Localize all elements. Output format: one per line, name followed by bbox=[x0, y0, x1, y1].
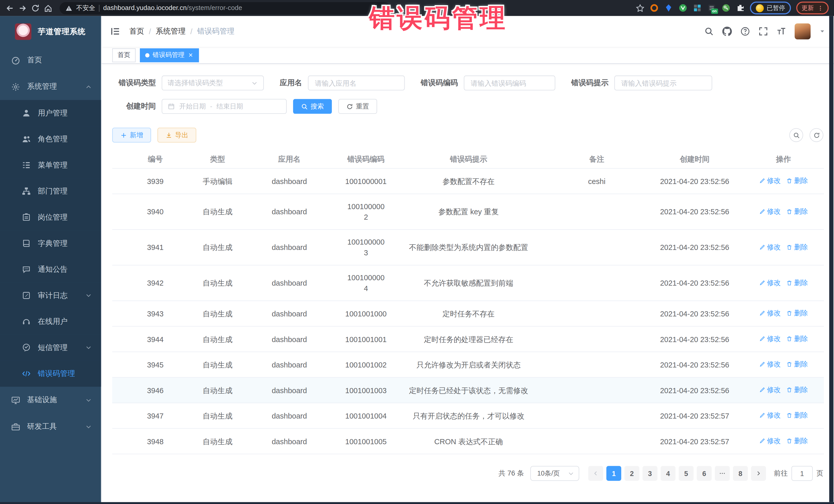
cell-app: dashboard bbox=[237, 301, 342, 326]
sidebar-item-0[interactable]: 首页 bbox=[0, 47, 101, 73]
vertical-scrollbar[interactable] bbox=[829, 16, 833, 502]
sidebar-item-1[interactable]: 系统管理 bbox=[0, 73, 101, 100]
bookmark-star-icon[interactable] bbox=[635, 3, 644, 12]
address-bar[interactable]: 不安全 dashboard.yudao.iocoder.cn/system/er… bbox=[60, 2, 390, 14]
sidebar-item-6[interactable]: 岗位管理 bbox=[0, 204, 101, 231]
page-button-5[interactable]: 5 bbox=[679, 466, 694, 481]
url-path: /system/error-code bbox=[187, 4, 242, 12]
add-button[interactable]: 新增 bbox=[112, 128, 151, 143]
sidebar-item-4[interactable]: 菜单管理 bbox=[0, 152, 101, 178]
page-button-2[interactable]: 2 bbox=[624, 466, 639, 481]
edit-link[interactable]: 修改 bbox=[759, 359, 781, 370]
edit-link[interactable]: 修改 bbox=[759, 385, 781, 395]
puzzle-extension-icon[interactable] bbox=[736, 4, 744, 12]
user-avatar[interactable] bbox=[795, 23, 811, 39]
page-button-3[interactable]: 3 bbox=[642, 466, 657, 481]
key-extension-icon[interactable] bbox=[722, 4, 730, 12]
sidebar-item-10[interactable]: 在线用户 bbox=[0, 308, 101, 335]
error-code-type-select[interactable]: 请选择错误码类型 bbox=[162, 75, 264, 90]
delete-link[interactable]: 删除 bbox=[786, 242, 808, 252]
edit-link[interactable]: 修改 bbox=[759, 334, 781, 344]
reload-icon[interactable] bbox=[31, 3, 40, 12]
cell-type: 自动生成 bbox=[198, 403, 237, 428]
create-time-range-picker[interactable]: 开始日期 - 结束日期 bbox=[162, 99, 287, 114]
sidebar-item-2[interactable]: 用户管理 bbox=[0, 100, 101, 126]
browser-profile-badge[interactable]: 已暂停 bbox=[750, 2, 791, 14]
search-button[interactable]: 搜索 bbox=[293, 99, 332, 114]
reset-button[interactable]: 重置 bbox=[338, 99, 377, 114]
page-button-4[interactable]: 4 bbox=[660, 466, 675, 481]
error-code-input[interactable] bbox=[469, 79, 549, 88]
sidebar-item-11[interactable]: 短信管理 bbox=[0, 335, 101, 361]
sidebar-item-5[interactable]: 部门管理 bbox=[0, 178, 101, 204]
toggle-search-button[interactable] bbox=[789, 128, 803, 142]
grid-extension-icon[interactable] bbox=[693, 4, 701, 12]
gem-extension-icon[interactable] bbox=[664, 4, 673, 12]
page-button-1[interactable]: 1 bbox=[607, 466, 621, 481]
next-page-button[interactable] bbox=[751, 466, 766, 481]
edit-link[interactable]: 修改 bbox=[759, 410, 781, 421]
sidebar-item-12[interactable]: 错误码管理 bbox=[0, 360, 101, 387]
font-size-icon[interactable] bbox=[776, 27, 786, 36]
sidebar-item-9[interactable]: 审计日志 bbox=[0, 283, 101, 309]
delete-link[interactable]: 删除 bbox=[786, 359, 808, 370]
kebab-menu-icon[interactable] bbox=[817, 5, 824, 12]
sidebar-item-14[interactable]: 研发工具 bbox=[0, 413, 101, 440]
delete-link[interactable]: 删除 bbox=[786, 176, 808, 186]
delete-link[interactable]: 删除 bbox=[786, 278, 808, 288]
cell-actions: 修改删除 bbox=[743, 265, 824, 301]
cell-app: dashboard bbox=[237, 377, 342, 403]
fullscreen-icon[interactable] bbox=[759, 27, 768, 36]
github-icon[interactable] bbox=[722, 27, 732, 36]
delete-link[interactable]: 删除 bbox=[786, 410, 808, 421]
edit-link[interactable]: 修改 bbox=[759, 242, 781, 252]
edit-link[interactable]: 修改 bbox=[759, 176, 781, 186]
breadcrumb-item[interactable]: 系统管理 bbox=[156, 27, 185, 36]
sidebar-item-3[interactable]: 角色管理 bbox=[0, 126, 101, 152]
sidebar-logo-row[interactable]: 芋道管理系统 bbox=[0, 16, 101, 47]
cell-app: dashboard bbox=[237, 194, 342, 229]
error-message-input[interactable] bbox=[620, 79, 706, 88]
ubuntu-extension-icon[interactable] bbox=[650, 4, 658, 12]
back-icon[interactable] bbox=[5, 3, 14, 12]
browser-update-button[interactable]: 更新 bbox=[796, 2, 829, 14]
edit-pen-icon bbox=[759, 387, 766, 393]
tag-错误码管理[interactable]: 错误码管理 bbox=[140, 48, 199, 62]
tag-首页[interactable]: 首页 bbox=[112, 48, 135, 62]
page-ellipsis[interactable] bbox=[715, 466, 730, 481]
cell-app: dashboard bbox=[237, 352, 342, 377]
edit-link[interactable]: 修改 bbox=[759, 308, 781, 319]
infrastructure-icon bbox=[11, 395, 20, 404]
edit-link[interactable]: 修改 bbox=[759, 278, 781, 288]
tag-label: 错误码管理 bbox=[153, 50, 184, 60]
list-extension-icon[interactable]: on bbox=[707, 4, 716, 12]
export-button[interactable]: 导出 bbox=[158, 128, 196, 143]
delete-link[interactable]: 删除 bbox=[786, 334, 808, 344]
page-button-8[interactable]: 8 bbox=[733, 466, 748, 481]
refresh-icon bbox=[813, 132, 820, 138]
goto-page-input[interactable] bbox=[791, 466, 813, 481]
delete-link[interactable]: 删除 bbox=[786, 206, 808, 217]
close-icon[interactable] bbox=[188, 52, 194, 58]
breadcrumb-item[interactable]: 首页 bbox=[129, 27, 144, 36]
edit-link[interactable]: 修改 bbox=[759, 436, 781, 446]
page-button-6[interactable]: 6 bbox=[697, 466, 711, 481]
search-icon[interactable] bbox=[704, 27, 714, 36]
refresh-table-button[interactable] bbox=[810, 128, 824, 142]
page-size-select[interactable]: 10条/页 bbox=[530, 466, 579, 481]
forward-icon[interactable] bbox=[18, 3, 27, 12]
app-name-input[interactable] bbox=[314, 79, 399, 88]
sidebar-item-7[interactable]: 字典管理 bbox=[0, 230, 101, 256]
edit-link[interactable]: 修改 bbox=[759, 206, 781, 217]
avatar-caret-down-icon[interactable] bbox=[819, 28, 826, 35]
prev-page-button[interactable] bbox=[588, 466, 603, 481]
help-icon[interactable] bbox=[740, 27, 750, 36]
delete-link[interactable]: 删除 bbox=[786, 436, 808, 446]
hamburger-icon[interactable] bbox=[110, 26, 120, 37]
sidebar-item-13[interactable]: 基础设施 bbox=[0, 387, 101, 413]
home-icon[interactable] bbox=[44, 3, 52, 12]
vue-devtools-extension-icon[interactable] bbox=[679, 4, 687, 12]
delete-link[interactable]: 删除 bbox=[786, 308, 808, 319]
delete-link[interactable]: 删除 bbox=[786, 385, 808, 395]
sidebar-item-8[interactable]: 通知公告 bbox=[0, 256, 101, 283]
